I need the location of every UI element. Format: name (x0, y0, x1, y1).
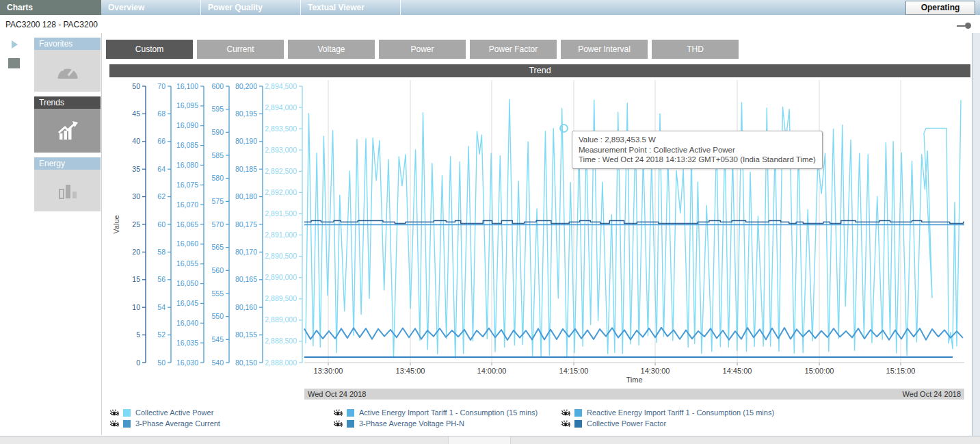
y-tick-label: 80,160 (235, 303, 257, 311)
y-tick-label: 2,891,500 (265, 209, 297, 218)
y-tick-label: 550 (211, 312, 224, 320)
bottom-splitter-bar (0, 436, 980, 444)
visibility-icon[interactable] (333, 419, 343, 429)
y-tick-label: 50 (132, 82, 140, 90)
y-tick-label: 80,180 (235, 192, 257, 200)
y-tick-label: 575 (211, 197, 224, 205)
y-tick-label: 16,030 (176, 358, 198, 367)
y-tick-label: 68 (157, 109, 165, 118)
y-tick-label: 570 (211, 220, 224, 228)
x-tick-label: 13:45:00 (396, 367, 425, 375)
y-tick-label: 2,894,000 (265, 103, 297, 112)
y-tick-label: 16,085 (176, 141, 198, 149)
chart-legend: Collective Active PowerActive Energy Imp… (109, 407, 944, 429)
y-tick-label: 80,195 (235, 109, 257, 118)
y-tick-label: 2,892,500 (265, 167, 297, 175)
y-tick-label: 2,893,500 (265, 125, 297, 133)
visibility-icon[interactable] (333, 408, 343, 418)
x-tick-label: 13:30:00 (314, 367, 343, 375)
date-end: Wed Oct 24 2018 (903, 390, 961, 398)
y-tick-label: 2,893,000 (265, 146, 297, 154)
y-tick-label: 80,150 (235, 358, 257, 367)
y-tick-label: 80,175 (235, 220, 257, 228)
y-tick-label: 10 (132, 303, 140, 311)
legend-item-collective-power-factor: Collective Power Factor (561, 418, 944, 429)
y-tick-label: 590 (211, 128, 224, 136)
y-tick-label: 80,155 (235, 330, 257, 339)
y-tick-label: 50 (157, 358, 165, 367)
y-tick-label: 25 (132, 220, 140, 228)
y-tick-label: 555 (211, 289, 224, 298)
y-tick-label: 16,090 (176, 121, 198, 129)
y-tick-label: 565 (211, 243, 224, 251)
y-tick-label: 2,890,000 (265, 273, 297, 281)
tooltip-time: Time : Wed Oct 24 2018 14:13:32 GMT+0530… (579, 155, 816, 165)
y-tick-label: 16,040 (176, 319, 198, 327)
y-tick-label: 80,170 (235, 248, 257, 256)
y-tick-label: 45 (132, 109, 140, 118)
y-tick-label: 580 (211, 174, 224, 182)
y-tick-label: 56 (157, 275, 165, 283)
y-tick-label: 2,892,000 (265, 188, 297, 196)
y-tick-label: 2,888,500 (265, 337, 297, 345)
legend-swatch (347, 420, 354, 428)
legend-label: 3-Phase Average Current (135, 419, 220, 428)
window-right-edge (972, 33, 980, 436)
splitter-handle[interactable] (448, 436, 511, 444)
x-axis-title: Time (626, 376, 642, 384)
y-tick-label: 66 (157, 137, 165, 145)
y-tick-label: 80,200 (235, 82, 257, 90)
tooltip-value: Value : 2,893,453.5 W (579, 135, 816, 145)
legend-item-collective-active-power: Collective Active Power (109, 407, 333, 418)
x-tick-label: 14:00:00 (477, 367, 507, 375)
y-tick-label: 0 (136, 358, 140, 367)
y-tick-label: 16,050 (176, 279, 198, 287)
y-tick-label: 16,045 (176, 299, 198, 307)
x-tick-label: 14:30:00 (641, 367, 670, 375)
legend-swatch (123, 409, 131, 417)
legend-item-3-phase-average-current: 3-Phase Average Current (109, 418, 333, 429)
y-tick-label: 35 (132, 165, 140, 173)
series-active-energy-import-tariff-1-consumption-15-mins[interactable] (304, 221, 964, 224)
y-tick-label: 30 (132, 192, 140, 200)
tooltip-measurement-point: Measurement Point : Collective Active Po… (579, 145, 816, 155)
trend-chart[interactable]: 13:30:0013:45:0014:00:0014:15:0014:30:00… (0, 0, 980, 444)
y-tick-label: 540 (211, 358, 224, 367)
y-tick-label: 80,190 (235, 137, 257, 145)
visibility-icon[interactable] (561, 419, 570, 429)
y-tick-label: 2,890,500 (265, 252, 297, 260)
y-tick-label: 52 (157, 330, 165, 339)
legend-label: Collective Active Power (135, 408, 213, 417)
y-tick-label: 54 (157, 303, 165, 311)
y-tick-label: 15 (132, 275, 140, 283)
application-window: ChartsOverviewPower QualityTextual Viewe… (0, 0, 980, 444)
chart-tooltip: Value : 2,893,453.5 W Measurement Point … (572, 131, 823, 169)
legend-item-3-phase-average-voltage-ph-n: 3-Phase Average Voltage PH-N (333, 418, 561, 429)
y-tick-label: 5 (136, 330, 140, 339)
y-axis-title: Value (112, 215, 120, 233)
y-tick-label: 560 (211, 266, 224, 274)
date-range-bar: Wed Oct 24 2018 Wed Oct 24 2018 (304, 389, 964, 400)
legend-swatch (574, 420, 582, 428)
visibility-icon[interactable] (561, 408, 570, 418)
y-tick-label: 2,891,000 (265, 231, 297, 239)
legend-swatch (574, 409, 582, 417)
legend-swatch (347, 409, 354, 417)
y-tick-label: 64 (157, 165, 165, 173)
x-tick-label: 15:00:00 (805, 367, 834, 375)
y-tick-label: 70 (157, 82, 165, 90)
visibility-icon[interactable] (109, 419, 119, 429)
y-tick-label: 16,070 (176, 200, 198, 209)
y-tick-label: 2,894,500 (265, 82, 297, 90)
x-tick-label: 15:15:00 (886, 367, 916, 375)
y-tick-label: 16,100 (176, 82, 198, 90)
legend-swatch (123, 420, 131, 428)
x-tick-label: 14:15:00 (559, 367, 589, 375)
y-tick-label: 80,185 (235, 165, 257, 173)
y-tick-label: 16,035 (176, 339, 198, 347)
y-tick-label: 595 (211, 105, 224, 113)
legend-item-active-energy-import-tariff-1-consumption-15-mins: Active Energy Import Tariff 1 - Consumpt… (333, 407, 561, 418)
visibility-icon[interactable] (109, 408, 119, 418)
y-tick-label: 62 (157, 192, 165, 200)
legend-item-reactive-energy-import-tariff-1-consumption-15-mins: Reactive Energy Import Tariff 1 - Consum… (561, 407, 944, 418)
